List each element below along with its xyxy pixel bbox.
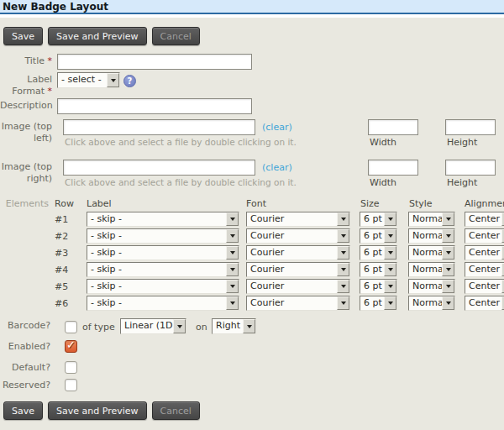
save-button-top[interactable]: Save bbox=[3, 27, 43, 45]
on-label: on bbox=[196, 322, 207, 333]
dropdown-arrow-icon bbox=[442, 212, 454, 226]
select-value: Courier bbox=[247, 229, 337, 243]
dropdown-arrow-icon bbox=[226, 263, 239, 276]
save-button-bottom[interactable]: Save bbox=[3, 401, 43, 420]
page-title: New Badge Layout bbox=[3, 1, 108, 13]
image-top-right-input[interactable] bbox=[63, 160, 255, 176]
image-top-left-clear-link[interactable]: (clear) bbox=[262, 122, 292, 133]
element-row-2-size-select[interactable]: 6 pt bbox=[360, 228, 397, 244]
barcode-checkbox[interactable] bbox=[65, 321, 77, 333]
dropdown-arrow-icon bbox=[384, 212, 396, 226]
enabled-label: Enabled? bbox=[0, 341, 50, 353]
element-row-2-font-select[interactable]: Courier bbox=[246, 228, 350, 244]
dropdown-arrow-icon bbox=[442, 280, 454, 293]
element-row-1-font-select[interactable]: Courier bbox=[246, 212, 350, 227]
element-row-6-alignment-select[interactable]: Center bbox=[465, 296, 504, 311]
select-value: Right bbox=[213, 319, 243, 333]
title-label: Title * bbox=[0, 55, 52, 67]
element-row-2: #2 - skip - Courier 6 pt Normal Center bbox=[0, 228, 504, 244]
page: New Badge Layout Save Save and Preview C… bbox=[0, 0, 504, 430]
label-format-select[interactable]: - select - bbox=[57, 72, 120, 88]
of-type-label: of type bbox=[82, 322, 115, 333]
image-top-right-width-input[interactable] bbox=[368, 160, 418, 176]
element-row-3-size-select[interactable]: 6 pt bbox=[360, 245, 397, 260]
image-top-left-height-input[interactable] bbox=[445, 119, 496, 135]
barcode-row: Barcode? of type Linear (1D) on Right bbox=[0, 318, 504, 335]
element-row-5-size-select[interactable]: 6 pt bbox=[360, 279, 397, 294]
image-top-left-height-label: Height bbox=[447, 137, 477, 148]
default-label: Default? bbox=[0, 362, 50, 374]
select-value: - skip - bbox=[87, 246, 226, 260]
image-top-left-label: Image (top left) bbox=[0, 121, 52, 144]
title-input[interactable] bbox=[57, 54, 252, 70]
element-row-1-style-select[interactable]: Normal bbox=[408, 212, 455, 227]
element-row-6-size-select[interactable]: 6 pt bbox=[360, 296, 397, 311]
default-checkbox[interactable] bbox=[65, 361, 77, 374]
content-area: Save Save and Preview Cancel Title * Lab… bbox=[0, 18, 504, 430]
row-number: #5 bbox=[55, 281, 68, 292]
dropdown-arrow-icon bbox=[226, 246, 239, 260]
column-header-label: Label bbox=[87, 198, 112, 209]
element-row-6-label-select[interactable]: - skip - bbox=[87, 296, 239, 311]
select-value: 6 pt bbox=[360, 229, 384, 243]
select-value: Courier bbox=[247, 263, 337, 276]
element-row-3-style-select[interactable]: Normal bbox=[408, 245, 455, 260]
toolbar-bottom: Save Save and Preview Cancel bbox=[3, 401, 200, 420]
select-value: Center bbox=[465, 212, 501, 226]
row-number: #1 bbox=[55, 214, 68, 225]
row-number: #6 bbox=[55, 298, 68, 309]
select-value: 6 pt bbox=[360, 263, 384, 276]
element-row-5-label-select[interactable]: - skip - bbox=[87, 279, 239, 294]
select-value: - skip - bbox=[87, 229, 226, 243]
image-top-right-height-input[interactable] bbox=[445, 160, 496, 176]
dropdown-arrow-icon bbox=[337, 280, 349, 293]
save-and-preview-button-bottom[interactable]: Save and Preview bbox=[48, 401, 147, 420]
select-value: Center bbox=[465, 229, 501, 243]
element-row-4-label-select[interactable]: - skip - bbox=[87, 262, 239, 277]
image-top-left-input[interactable] bbox=[63, 119, 255, 135]
element-row-6-font-select[interactable]: Courier bbox=[246, 296, 350, 311]
element-row-4-size-select[interactable]: 6 pt bbox=[360, 262, 397, 277]
help-icon[interactable]: ? bbox=[123, 75, 136, 87]
element-row-5-font-select[interactable]: Courier bbox=[246, 279, 350, 294]
element-row-1: #1 - skip - Courier 6 pt Normal Center bbox=[0, 212, 504, 227]
reserved-checkbox[interactable] bbox=[65, 379, 77, 391]
enabled-checkbox[interactable] bbox=[65, 340, 77, 353]
cancel-button-top[interactable]: Cancel bbox=[152, 27, 200, 45]
barcode-position-select[interactable]: Right bbox=[212, 318, 256, 334]
label-format-row: Label Format * - select - ? bbox=[0, 72, 504, 99]
dropdown-arrow-icon bbox=[384, 280, 396, 293]
element-row-1-alignment-select[interactable]: Center bbox=[465, 212, 504, 227]
dropdown-arrow-icon bbox=[442, 229, 454, 243]
save-and-preview-button-top[interactable]: Save and Preview bbox=[48, 27, 147, 45]
cancel-button-bottom[interactable]: Cancel bbox=[152, 401, 200, 420]
select-value: - skip - bbox=[87, 280, 226, 293]
element-row-1-size-select[interactable]: 6 pt bbox=[360, 212, 397, 227]
image-top-right-width-label: Width bbox=[370, 177, 396, 188]
description-input[interactable] bbox=[57, 98, 252, 114]
image-top-left-width-input[interactable] bbox=[368, 119, 418, 135]
select-value: Courier bbox=[247, 280, 337, 293]
element-row-2-style-select[interactable]: Normal bbox=[408, 228, 455, 244]
select-value: Normal bbox=[409, 246, 442, 260]
element-row-5-style-select[interactable]: Normal bbox=[408, 279, 455, 294]
element-row-3-font-select[interactable]: Courier bbox=[246, 245, 350, 260]
dropdown-arrow-icon bbox=[384, 246, 396, 260]
element-row-4-font-select[interactable]: Courier bbox=[246, 262, 350, 277]
element-row-1-label-select[interactable]: - skip - bbox=[87, 212, 239, 227]
select-value: 6 pt bbox=[360, 280, 384, 293]
dropdown-arrow-icon bbox=[442, 246, 454, 260]
element-row-4-alignment-select[interactable]: Center bbox=[465, 262, 504, 277]
element-row-3-alignment-select[interactable]: Center bbox=[465, 245, 504, 260]
element-row-6-style-select[interactable]: Normal bbox=[408, 296, 455, 311]
image-top-right-clear-link[interactable]: (clear) bbox=[262, 162, 292, 173]
element-row-4-style-select[interactable]: Normal bbox=[408, 262, 455, 277]
select-value: - select - bbox=[58, 73, 107, 87]
element-row-2-alignment-select[interactable]: Center bbox=[465, 228, 504, 244]
element-row-3-label-select[interactable]: - skip - bbox=[87, 245, 239, 260]
select-value: Courier bbox=[247, 246, 337, 260]
select-value: Normal bbox=[409, 263, 442, 276]
element-row-2-label-select[interactable]: - skip - bbox=[87, 228, 239, 244]
element-row-5-alignment-select[interactable]: Center bbox=[465, 279, 504, 294]
barcode-type-select[interactable]: Linear (1D) bbox=[120, 318, 186, 334]
